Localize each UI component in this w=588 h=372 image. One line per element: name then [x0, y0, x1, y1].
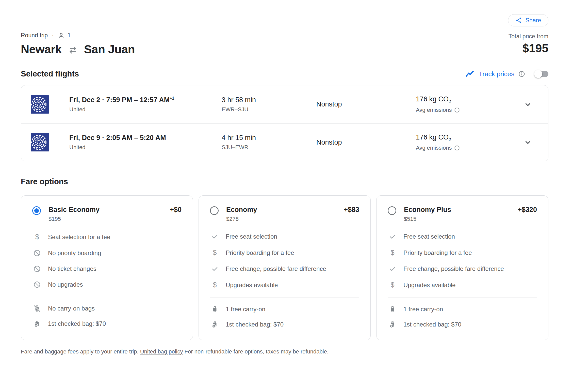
united-airlines-logo: [31, 95, 49, 114]
fare-card-header: Basic Economy +$0 $195: [32, 206, 182, 222]
flight-stops: Nonstop: [316, 138, 416, 146]
fare-total-price: $195: [48, 216, 182, 222]
baggage-row: No carry-on bags: [32, 305, 182, 312]
fare-radio-unselected[interactable]: [210, 206, 219, 215]
flight-duration: 4 hr 15 min: [222, 134, 316, 142]
feature-row: $ Upgrades available: [210, 281, 359, 289]
flight-stops-block: Nonstop: [316, 138, 416, 146]
flight-duration-block: 3 hr 58 min EWR–SJU: [222, 96, 316, 113]
flight-emissions-block: 176 kg CO2 Avg emissions: [416, 95, 522, 113]
feature-row: No upgrades: [32, 281, 182, 288]
fare-card-economy[interactable]: Economy +$83 $278 Free seat selection: [199, 195, 371, 340]
expand-flight-button[interactable]: [522, 98, 534, 111]
airline-name: United: [69, 144, 222, 151]
track-prices-label[interactable]: Track prices: [479, 70, 514, 78]
feature-row: $ Priority boarding for a fee: [210, 249, 359, 257]
feature-row: Free seat selection: [388, 233, 537, 240]
dollar-icon: $: [213, 249, 217, 257]
chevron-down-icon: [523, 138, 532, 147]
person-icon: [58, 32, 64, 39]
baggage-row: 1 free carry-on: [388, 305, 537, 313]
check-icon: [389, 233, 396, 240]
check-icon: [211, 233, 218, 240]
flight-row-outbound[interactable]: Fri, Dec 2 · 7:59 PM – 12:57 AM+1 United…: [21, 85, 548, 123]
fare-card-basic-economy[interactable]: Basic Economy +$0 $195 $ Seat selection …: [21, 195, 193, 340]
flight-stops-block: Nonstop: [316, 100, 416, 108]
separator-dot: ·: [52, 32, 54, 39]
fare-card-header: Economy +$83 $278: [210, 206, 359, 222]
emissions-subscript: 2: [449, 99, 451, 104]
trip-meta: Round trip · 1: [21, 32, 135, 39]
fare-card-economy-plus[interactable]: Economy Plus +$320 $515 Free seat select…: [376, 195, 548, 340]
flight-emissions-block: 176 kg CO2 Avg emissions: [416, 133, 522, 151]
fare-disclaimer: Fare and baggage fees apply to your enti…: [21, 348, 548, 355]
info-icon[interactable]: [454, 107, 460, 113]
selected-flights-title: Selected flights: [21, 69, 79, 79]
carry-on-bag-icon: [211, 305, 219, 313]
fare-radio-selected[interactable]: [32, 206, 41, 215]
baggage-row: 1st checked bag: $70: [210, 321, 359, 328]
flight-route: SJU–EWR: [222, 144, 316, 151]
feature-row: $ Seat selection for a fee: [32, 233, 182, 241]
fare-radio-unselected[interactable]: [388, 206, 396, 215]
feature-row: No ticket changes: [32, 265, 182, 272]
fare-total-price: $278: [226, 216, 359, 222]
not-available-icon: [34, 281, 41, 288]
check-icon: [389, 265, 396, 272]
chevron-down-icon: [523, 100, 532, 109]
no-carry-on-bag-icon: [33, 305, 41, 312]
share-label: Share: [526, 17, 541, 24]
feature-row: Free seat selection: [210, 233, 359, 240]
toggle-knob: [534, 70, 542, 78]
expand-flight-button[interactable]: [522, 136, 534, 148]
emissions-value: 176 kg CO: [416, 95, 449, 103]
total-price-label: Total price from: [509, 33, 548, 40]
fare-price-delta: +$83: [344, 206, 359, 214]
track-prices-control: Track prices: [465, 70, 548, 78]
dollar-icon: $: [390, 281, 394, 289]
baggage-section: 1 free carry-on 1st checked bag: $70: [210, 298, 359, 336]
page-title: Newark San Juan: [21, 42, 135, 56]
checked-bag-fee-icon: [389, 321, 396, 328]
check-icon: [211, 265, 218, 272]
united-bag-policy-link[interactable]: United bag policy: [140, 348, 183, 355]
dollar-icon: $: [35, 233, 39, 241]
emissions-note: Avg emissions: [416, 145, 452, 151]
baggage-row: 1st checked bag: $70: [388, 321, 537, 328]
baggage-row: 1 free carry-on: [210, 305, 359, 313]
emissions-subscript: 2: [449, 137, 451, 142]
flight-stops: Nonstop: [316, 100, 416, 108]
not-available-icon: [34, 250, 41, 257]
feature-row: $ Upgrades available: [388, 281, 537, 289]
feature-row: Free change, possible fare difference: [388, 265, 537, 272]
selected-flights-card: Fri, Dec 2 · 7:59 PM – 12:57 AM+1 United…: [21, 85, 548, 161]
fare-options-grid: Basic Economy +$0 $195 $ Seat selection …: [21, 195, 548, 340]
track-prices-toggle[interactable]: [535, 71, 548, 77]
share-button[interactable]: Share: [508, 14, 548, 26]
passenger-count: 1: [68, 32, 71, 39]
fare-name: Economy: [226, 206, 257, 214]
flight-datetime-block: Fri, Dec 9 · 2:05 AM – 5:20 AM United: [69, 134, 222, 151]
flight-datetime: Fri, Dec 9 · 2:05 AM – 5:20 AM: [69, 134, 166, 142]
fare-name: Basic Economy: [48, 206, 100, 214]
airline-name: United: [69, 106, 222, 113]
disclaimer-text-before: Fare and baggage fees apply to your enti…: [21, 348, 140, 355]
fare-price-delta: +$320: [518, 206, 537, 214]
carry-on-bag-icon: [389, 305, 396, 313]
baggage-row: 1st checked bag: $70: [32, 320, 182, 328]
fare-features-list: Free seat selection $ Priority boarding …: [388, 233, 537, 298]
day-offset: +1: [170, 96, 174, 100]
not-available-icon: [34, 265, 41, 272]
flight-booking-page: Round trip · 1 Newark San Juan: [0, 0, 588, 365]
swap-arrows-icon: [67, 45, 78, 55]
baggage-section: 1 free carry-on 1st checked bag: $70: [388, 298, 537, 336]
destination-city: San Juan: [84, 42, 135, 56]
origin-city: Newark: [21, 42, 62, 56]
flight-row-return[interactable]: Fri, Dec 9 · 2:05 AM – 5:20 AM United 4 …: [21, 123, 548, 161]
flight-route: EWR–SJU: [222, 106, 316, 113]
fare-features-list: Free seat selection $ Priority boarding …: [210, 233, 359, 298]
fare-options-header: Fare options: [21, 177, 548, 186]
flight-datetime-block: Fri, Dec 2 · 7:59 PM – 12:57 AM+1 United: [69, 96, 222, 113]
info-icon[interactable]: [454, 145, 460, 151]
info-icon[interactable]: [518, 71, 525, 77]
